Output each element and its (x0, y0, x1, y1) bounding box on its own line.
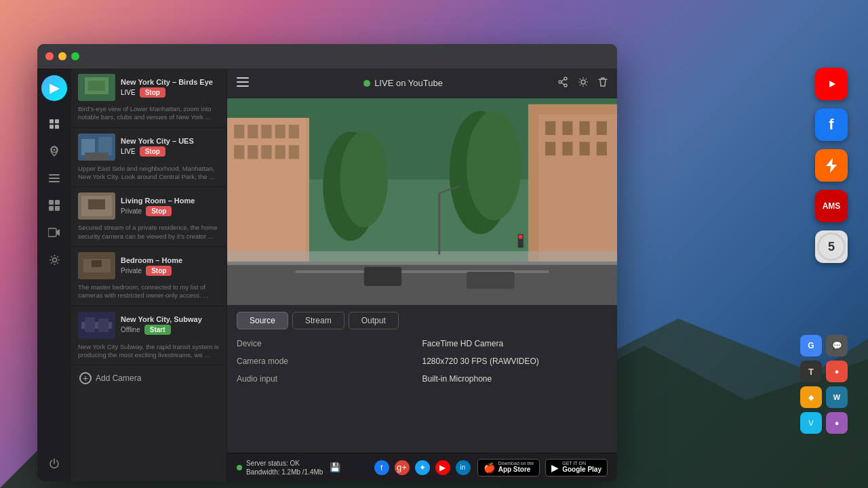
svg-rect-32 (85, 317, 95, 332)
sidebar-icon-power[interactable] (43, 453, 65, 474)
camera-mode-value: 868x488 30 FPS (RAWVIDEO) (422, 357, 608, 366)
svg-rect-73 (227, 251, 617, 265)
dock-target5[interactable]: 5 (815, 230, 848, 263)
camera-start-button-4[interactable]: Start (144, 325, 171, 335)
add-circle-icon: + (79, 372, 92, 384)
dock-sm-chat[interactable]: 💬 (826, 335, 848, 357)
close-button[interactable] (45, 52, 54, 60)
camera-status-4: Offline (121, 326, 140, 333)
menu-icon[interactable] (237, 77, 249, 89)
dock-sm-google[interactable]: G (800, 335, 822, 357)
camera-stop-button-3[interactable]: Stop (146, 266, 172, 276)
camera-item-1[interactable]: New York City – UES LIVE Stop Upper East… (71, 128, 226, 188)
svg-point-37 (564, 77, 567, 80)
camera-name-4: New York City, Subway (121, 315, 220, 323)
camera-item-3[interactable]: Bedroom – Home Private Stop The master b… (71, 247, 226, 306)
google-play-text: GET IT ON Google Play (562, 461, 601, 474)
camera-thumb-0 (78, 74, 115, 101)
sidebar-icon-library[interactable] (43, 113, 65, 135)
bottom-controls: Source Stream Output Device FaceTime HD … (227, 305, 617, 390)
dock-sm-yellow[interactable]: ◆ (800, 386, 822, 408)
tab-stream[interactable]: Stream (292, 312, 344, 329)
svg-rect-77 (467, 272, 515, 289)
camera-status-3: Private (121, 267, 142, 274)
svg-rect-59 (545, 121, 555, 135)
add-camera-button[interactable]: + Add Camera (71, 365, 226, 391)
app-store-text: Download on the App Store (498, 461, 534, 474)
audio-input-value: Built-in Microphone (422, 374, 608, 384)
sidebar-icon-list[interactable] (43, 167, 65, 189)
svg-rect-63 (545, 142, 555, 155)
camera-stop-button-1[interactable]: Stop (140, 146, 165, 157)
dock-sm-t[interactable]: T (800, 361, 822, 382)
social-linkedin[interactable]: in (456, 460, 471, 475)
tab-source[interactable]: Source (237, 312, 288, 329)
camera-name-1: New York City – UES (121, 137, 220, 145)
status-dot (237, 465, 242, 470)
camera-item-2[interactable]: Living Room – Home Private Stop Secured … (71, 187, 226, 247)
camera-info-4: New York City, Subway Offline Start (121, 315, 220, 335)
app-window: ▶ (37, 44, 617, 481)
dock-sm-extra[interactable]: ● (826, 412, 848, 434)
camera-item-0[interactable]: New York City – Birds Eye LIVE Stop Bird… (71, 68, 226, 128)
svg-rect-64 (562, 142, 572, 155)
dock-ams[interactable]: AMS (815, 190, 848, 222)
live-text: LIVE on YouTube (374, 78, 443, 88)
maximize-button[interactable] (71, 52, 79, 60)
settings-icon[interactable] (578, 77, 589, 90)
tab-output[interactable]: Output (349, 312, 399, 329)
svg-rect-62 (597, 121, 607, 135)
dock-sm-wordpress[interactable]: W (826, 386, 848, 408)
camera-desc-3: The master bedroom, connected to my list… (78, 283, 220, 300)
minimize-button[interactable] (58, 52, 66, 60)
svg-rect-55 (275, 145, 285, 159)
right-dock: f AMS 5 (815, 68, 848, 263)
dock-facebook[interactable]: f (815, 108, 848, 141)
disk-icon: 💾 (330, 462, 340, 472)
dock-sm-vimeo[interactable]: V (800, 412, 822, 434)
main-content: LIVE on YouTube (227, 68, 617, 481)
live-indicator: LIVE on YouTube (257, 78, 549, 88)
social-youtube[interactable]: ▶ (435, 460, 450, 475)
svg-point-16 (52, 258, 56, 262)
svg-rect-51 (289, 125, 299, 138)
camera-info-3: Bedroom – Home Private Stop (121, 256, 220, 276)
svg-rect-52 (234, 145, 244, 159)
bandwidth-text: Bandwidth: 1.2Mb /1.4Mb (246, 468, 323, 476)
camera-thumb-4 (78, 312, 115, 339)
svg-rect-53 (248, 145, 258, 159)
social-facebook[interactable]: f (374, 460, 389, 475)
sidebar-icon-grid[interactable] (43, 195, 65, 216)
svg-line-40 (561, 79, 564, 81)
traffic-lights (45, 52, 79, 60)
dock-youtube[interactable] (815, 68, 848, 100)
camera-stop-button-0[interactable]: Stop (140, 87, 165, 98)
sidebar-icon-video[interactable] (43, 222, 65, 243)
svg-rect-26 (88, 199, 105, 209)
camera-item-4[interactable]: New York City, Subway Offline Start New … (71, 306, 226, 366)
apple-icon: 🍎 (484, 462, 495, 473)
app-logo[interactable]: ▶ (41, 75, 67, 101)
svg-point-68 (340, 131, 388, 227)
social-google[interactable]: g+ (395, 460, 410, 475)
camera-name-0: New York City – Birds Eye (121, 78, 220, 86)
camera-info-1: New York City – UES LIVE Stop (121, 137, 220, 157)
social-icons: f g+ ✦ ▶ in (374, 460, 471, 475)
sidebar-icon-location[interactable] (43, 140, 65, 162)
sidebar-icon-settings[interactable] (43, 249, 65, 270)
svg-rect-9 (49, 178, 60, 179)
camera-stop-button-2[interactable]: Stop (146, 206, 172, 216)
svg-rect-76 (364, 267, 401, 286)
dock-sm-red[interactable]: ● (826, 361, 848, 382)
dock-flash[interactable] (815, 149, 848, 182)
add-camera-label: Add Camera (96, 373, 141, 383)
svg-rect-50 (275, 125, 285, 138)
social-twitter[interactable]: ✦ (415, 460, 430, 475)
app-store-badge[interactable]: 🍎 Download on the App Store (477, 459, 540, 476)
svg-marker-82 (826, 158, 837, 173)
device-label: Device (237, 339, 422, 348)
share-icon[interactable] (557, 77, 568, 90)
svg-rect-29 (92, 260, 102, 267)
google-play-badge[interactable]: ▶ GET IT ON Google Play (545, 459, 608, 476)
delete-icon[interactable] (598, 77, 608, 90)
